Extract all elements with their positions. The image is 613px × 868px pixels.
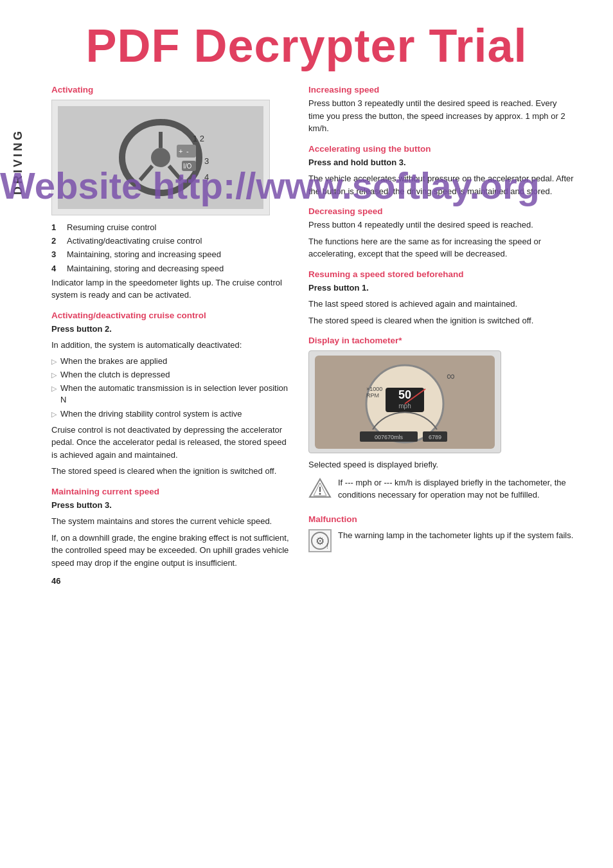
svg-text:I/O: I/O (183, 163, 192, 170)
svg-text:!: ! (326, 543, 328, 550)
numbered-item-1: 1 Resuming cruise control (51, 222, 289, 233)
warning-box: If --- mph or --- km/h is displayed brie… (308, 476, 574, 505)
svg-text:4: 4 (204, 172, 209, 182)
decreasing-para: The functions here are the same as for i… (308, 235, 574, 260)
svg-text:1  2: 1 2 (193, 134, 204, 143)
svg-point-2 (151, 148, 170, 167)
svg-text:50: 50 (398, 388, 411, 401)
increasing-para: Press button 3 repeatedly until the desi… (308, 97, 574, 135)
svg-text:∞: ∞ (447, 370, 455, 383)
svg-text:⚙: ⚙ (315, 536, 324, 547)
malfunction-text: The warning lamp in the tachometer light… (338, 529, 573, 542)
press-button-1: Press button 1. (308, 282, 574, 294)
car-image: 1 2 3 4 + - I/O (51, 100, 270, 215)
bullet-item-4: ▷ When the driving stability control sys… (51, 408, 289, 420)
bullet-item-2: ▷ When the clutch is depressed (51, 369, 289, 381)
cruise-para1: Cruise control is not deactivated by dep… (51, 424, 289, 462)
bullet-item-1: ▷ When the brakes are applied (51, 356, 289, 367)
press-button-2: Press button 2. (51, 323, 289, 336)
resuming-para1: The last speed stored is achieved again … (308, 298, 574, 311)
maintaining-para2: If, on a downhill grade, the engine brak… (51, 532, 289, 570)
malfunction-icon: ⚙ ! (308, 529, 332, 552)
press-button-3: Press button 3. (51, 499, 289, 512)
malfunction-heading: Malfunction (308, 514, 574, 524)
warning-triangle-icon (308, 476, 332, 500)
bullet-item-3: ▷ When the automatic transmission is in … (51, 383, 289, 406)
num-4: 4 (51, 263, 62, 275)
maintaining-heading: Maintaining current speed (51, 487, 289, 496)
num-3: 3 (51, 249, 62, 260)
numbered-item-3: 3 Maintaining, storing and increasing sp… (51, 249, 289, 260)
num-2: 2 (51, 235, 62, 247)
num-1: 1 (51, 222, 62, 233)
page-number: 46 (51, 576, 60, 586)
svg-text:RPM: RPM (366, 392, 379, 399)
cruise-para2: The stored speed is cleared when the ign… (51, 465, 289, 478)
activating-heading: Activating (51, 85, 289, 95)
decreasing-heading: Decreasing speed (308, 206, 574, 216)
resuming-para2: The stored speed is cleared when the ign… (308, 314, 574, 327)
left-column: Activating 1 2 3 4 (51, 85, 289, 573)
press-hold-3: Press and hold button 3. (308, 156, 574, 169)
svg-text:×1000: ×1000 (366, 386, 382, 392)
selected-speed-text: Selected speed is displayed briefly. (308, 458, 574, 471)
svg-point-30 (319, 493, 321, 494)
bullet-arrow-3: ▷ (51, 384, 57, 393)
maintaining-para1: The system maintains and stores the curr… (51, 515, 289, 528)
bullet-arrow-1: ▷ (51, 357, 57, 366)
deactivation-bullet-list: ▷ When the brakes are applied ▷ When the… (51, 356, 289, 420)
accelerating-para: The vehicle accelerates without pressure… (308, 172, 574, 197)
resuming-heading: Resuming a speed stored beforehand (308, 269, 574, 279)
numbered-item-4: 4 Maintaining, storing and decreasing sp… (51, 263, 289, 275)
svg-text:+: + (179, 147, 182, 155)
right-column: Increasing speed Press button 3 repeated… (308, 85, 574, 573)
accelerating-heading: Accelerating using the button (308, 144, 574, 154)
increasing-heading: Increasing speed (308, 85, 574, 95)
tachometer-image: 50 mph ×1000 RPM 007670mls 6789 ∞ (308, 350, 501, 453)
svg-text:-: - (186, 147, 189, 155)
warning-text: If --- mph or --- km/h is displayed brie… (338, 476, 574, 502)
indicator-text: Indicator lamp in the speedometer lights… (51, 276, 289, 302)
press-button-4-text: Press button 4 repeatedly until the desi… (308, 219, 574, 231)
svg-text:6789: 6789 (429, 434, 441, 440)
activating-deactivating-heading: Activating/deactivating cruise control (51, 311, 289, 320)
malfunction-box: ⚙ ! The warning lamp in the tachometer l… (308, 529, 574, 552)
numbered-item-2: 2 Activating/deactivating cruise control (51, 235, 289, 247)
bullet-arrow-4: ▷ (51, 410, 57, 419)
bullet-arrow-2: ▷ (51, 370, 57, 380)
watermark-title: PDF Decrypter Trial (0, 0, 613, 78)
auto-deactivated-intro: In addition, the system is automatically… (51, 339, 289, 352)
svg-text:007670mls: 007670mls (375, 434, 404, 440)
display-heading: Display in tachometer* (308, 336, 574, 345)
svg-text:3: 3 (204, 156, 209, 166)
